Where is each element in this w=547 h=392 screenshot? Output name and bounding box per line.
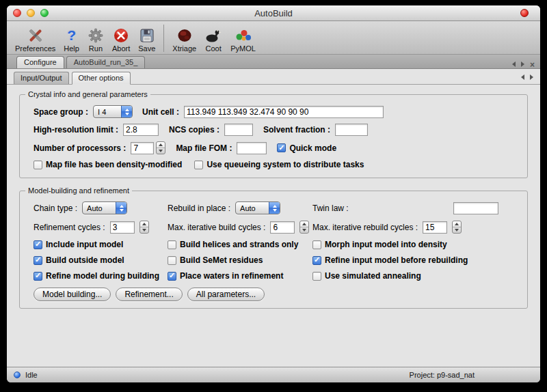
rebuild-in-place-value: Auto (236, 202, 269, 214)
dropdown-arrows-icon (269, 202, 280, 214)
toolbar-item-run[interactable]: Run (83, 25, 108, 53)
simulated-annealing-checkbox[interactable]: Use simulated annealing (312, 271, 513, 281)
stepper-down-icon[interactable] (140, 227, 148, 233)
refine-during-building-checkbox[interactable]: Refine model during building (34, 271, 168, 281)
stepper-down-icon[interactable] (157, 148, 165, 154)
rebuild-in-place-field: Rebuild in place : Auto (168, 201, 312, 214)
processors-stepper[interactable] (156, 141, 165, 154)
tab-nav-right-icon[interactable] (521, 61, 524, 67)
checkbox-icon (34, 272, 42, 281)
dropdown-arrows-icon (116, 202, 126, 214)
tab-nav-left-icon[interactable] (512, 61, 516, 67)
morph-input-model-checkbox[interactable]: Morph input model into density (312, 240, 513, 249)
subtab-other-options[interactable]: Other options (72, 72, 131, 85)
rebuild-cycles-stepper[interactable] (452, 221, 462, 234)
status-indicator-icon (14, 372, 21, 378)
ncs-copies-input[interactable] (224, 124, 253, 136)
minimize-window-button[interactable] (27, 9, 35, 17)
toolbar-separator (163, 25, 164, 52)
all-parameters-button[interactable]: All parameters... (187, 288, 265, 301)
refinement-cycles-stepper[interactable] (139, 221, 149, 234)
subtab-nav-right-icon[interactable] (530, 74, 533, 80)
toolbar-item-save[interactable]: Save (134, 25, 159, 53)
twin-law-input[interactable] (453, 202, 498, 214)
include-input-model-checkbox[interactable]: Include input model (34, 240, 168, 249)
refinement-button[interactable]: Refinement... (116, 288, 182, 301)
checkbox-icon (277, 143, 286, 152)
close-window-button[interactable] (13, 9, 21, 17)
rebuild-in-place-select[interactable]: Auto (235, 201, 280, 214)
model-groupbox-title: Model-building and refinement (25, 186, 132, 195)
space-group-value: I 4 (94, 106, 121, 117)
processors-label: Number of processors : (34, 143, 126, 153)
tab-configure[interactable]: Configure (16, 56, 64, 68)
stepper-down-icon[interactable] (300, 227, 308, 233)
zoom-window-button[interactable] (40, 9, 49, 17)
toolbar-item-pymol[interactable]: PyMOL (226, 25, 260, 53)
checkbox-label: Build helices and strands only (180, 240, 298, 249)
titlebar: AutoBuild (7, 5, 540, 21)
unit-cell-input[interactable] (184, 106, 384, 118)
rebuild-cycles-input[interactable] (423, 221, 447, 234)
stepper-up-icon[interactable] (300, 221, 308, 227)
cycles-row: Refinement cycles : Max. iterative build… (34, 221, 513, 234)
ncs-copies-label: NCS copies : (169, 125, 219, 135)
main-tab-bar: Configure AutoBuild_run_35_ (7, 55, 540, 69)
solvent-fraction-label: Solvent fraction : (263, 125, 330, 135)
build-cycles-stepper[interactable] (299, 221, 309, 234)
map-fom-input[interactable] (237, 142, 267, 154)
toolbar-item-help[interactable]: Help (59, 25, 83, 53)
processors-row: Number of processors : Map file FOM : Qu… (34, 141, 513, 154)
chain-row: Chain type : Auto Rebuild in place : Aut… (34, 201, 513, 214)
refinement-cycles-input[interactable] (110, 221, 135, 234)
toolbar-item-abort[interactable]: Abort (108, 25, 134, 53)
subtab-input-output[interactable]: Input/Output (14, 72, 69, 84)
stepper-down-icon[interactable] (453, 227, 461, 233)
chain-type-label: Chain type : (34, 204, 77, 213)
checkbox-label: Quick mode (289, 143, 336, 153)
project-label: Project: p9-sad_nat (410, 371, 475, 379)
subtab-nav-left-icon[interactable] (521, 74, 524, 80)
resolution-row: High-resolution limit : NCS copies : Sol… (34, 124, 513, 136)
build-cycles-label: Max. iterative build cycles : (168, 223, 265, 232)
toolbar-item-coot[interactable]: Coot (200, 25, 226, 53)
space-group-select[interactable]: I 4 (93, 105, 133, 118)
build-cycles-input[interactable] (270, 221, 295, 234)
refine-before-rebuilding-checkbox[interactable]: Refine input model before rebuilding (312, 255, 513, 265)
build-semet-residues-checkbox[interactable]: Build SeMet residues (168, 255, 312, 265)
help-icon (67, 26, 76, 44)
checkbox-label: Build SeMet residues (180, 255, 263, 265)
toolbar-item-label: Save (138, 44, 155, 53)
place-waters-checkbox[interactable]: Place waters in refinement (168, 271, 312, 281)
toolbar-item-label: Coot (206, 44, 222, 53)
twin-law-label: Twin law : (312, 204, 349, 213)
stepper-up-icon[interactable] (453, 221, 461, 227)
rebuild-in-place-label: Rebuild in place : (168, 204, 230, 213)
stepper-up-icon[interactable] (157, 142, 165, 148)
toolbar-item-preferences[interactable]: Preferences (11, 25, 59, 53)
rebuild-cycles-label: Max. iterative rebuild cycles : (312, 223, 418, 232)
checkbox-icon (312, 256, 321, 265)
stepper-up-icon[interactable] (140, 221, 148, 227)
queueing-checkbox[interactable]: Use queueing system to distribute tasks (194, 160, 364, 169)
toolbar-item-xtriage[interactable]: Xtriage (168, 25, 200, 53)
dropdown-arrows-icon (121, 106, 132, 117)
sub-tab-bar: Input/Output Other options (7, 69, 540, 85)
processors-input[interactable] (131, 142, 154, 154)
model-building-button[interactable]: Model building... (34, 288, 111, 301)
run-icon (88, 26, 104, 44)
tab-autobuild-run[interactable]: AutoBuild_run_35_ (66, 56, 146, 68)
high-res-input[interactable] (123, 124, 159, 136)
build-helices-strands-checkbox[interactable]: Build helices and strands only (168, 240, 312, 249)
build-outside-model-checkbox[interactable]: Build outside model (34, 255, 168, 265)
twin-law-field: Twin law : (312, 202, 513, 214)
quick-mode-checkbox[interactable]: Quick mode (277, 143, 336, 153)
coot-icon (204, 26, 222, 44)
save-icon (139, 26, 155, 44)
checkbox-icon (34, 256, 42, 265)
solvent-fraction-input[interactable] (335, 124, 368, 136)
chain-type-select[interactable]: Auto (82, 201, 127, 214)
model-groupbox: Model-building and refinement Chain type… (19, 191, 528, 309)
density-modified-checkbox[interactable]: Map file has been density-modified (34, 160, 182, 169)
toolbar-item-label: Xtriage (172, 44, 196, 53)
